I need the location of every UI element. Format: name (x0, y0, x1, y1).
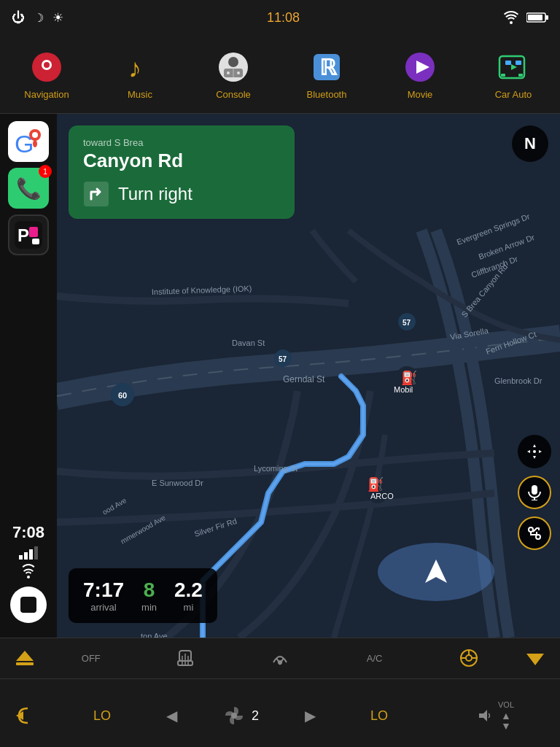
svg-text:Mobil: Mobil (394, 385, 413, 394)
console-icon (214, 48, 252, 86)
nav-item-console[interactable]: Console (187, 35, 280, 113)
ac-label: A/C (367, 653, 383, 664)
svg-point-9 (228, 57, 238, 67)
vol-label-section: VOL ▲ ▼ (498, 700, 514, 731)
bottom-bar: OFF A/C (0, 638, 560, 747)
stop-navigation-button[interactable] (10, 587, 47, 623)
back-button[interactable] (6, 704, 44, 727)
nav-arrow-container[interactable] (378, 543, 494, 601)
svg-text:Davan St: Davan St (232, 338, 265, 347)
svg-point-79 (278, 660, 282, 665)
svg-text:Lycoming St: Lycoming St (254, 464, 298, 473)
fan-icon (222, 704, 246, 727)
svg-text:ℝ: ℝ (319, 55, 338, 80)
trip-info: 7:17 arrival 8 min 2.2 mi (69, 568, 217, 623)
bottom-down-arrow-button[interactable] (516, 648, 554, 668)
nav-card: toward S Brea Canyon Rd Turn right (69, 125, 295, 219)
nav-instruction: Turn right (83, 181, 280, 207)
right-temp-control[interactable]: LO (321, 679, 438, 747)
sidebar-clock: 7:08 (12, 523, 44, 542)
turn-right-arrow-icon (83, 181, 109, 207)
svg-text:⛽: ⛽ (401, 370, 418, 386)
phone-badge: 1 (39, 165, 52, 178)
svg-text:⛽: ⛽ (368, 476, 384, 492)
svg-marker-65 (425, 560, 447, 583)
eject-button[interactable] (6, 639, 44, 677)
voice-input-button[interactable] (518, 476, 551, 509)
svg-rect-73 (16, 662, 34, 665)
volume-control[interactable]: VOL ▲ ▼ (438, 679, 554, 747)
nav-label-music: Music (128, 89, 152, 100)
left-temp-value: LO (93, 708, 111, 724)
trip-distance-label: mi (184, 602, 194, 613)
vol-up-button[interactable]: ▲ (501, 711, 511, 721)
vol-down-button[interactable]: ▼ (501, 721, 511, 731)
trip-minutes-value: 8 (144, 578, 155, 602)
map-pan-button[interactable] (518, 435, 551, 468)
brightness-icon[interactable]: ☀ (52, 10, 63, 26)
nav-street-label: Canyon Rd (83, 150, 280, 172)
sidebar-app-phone[interactable]: 📞 1 (8, 168, 49, 209)
right-controls (518, 435, 551, 550)
trip-arrival-value: 7:17 (83, 578, 124, 602)
fan-speed-up-button[interactable]: ▶ (299, 705, 321, 727)
svg-rect-22 (501, 74, 505, 77)
svg-marker-88 (479, 710, 487, 721)
bottom-controls-main: LO ◀ 2 ▶ LO (0, 679, 560, 747)
nav-label-bluetooth: Bluetooth (307, 89, 347, 100)
ac-button[interactable]: A/C (327, 638, 422, 678)
trip-minutes: 8 min (141, 578, 157, 613)
music-icon: ♪ (121, 48, 159, 86)
svg-text:ton Ave: ton Ave (141, 632, 168, 638)
movie-icon (401, 48, 439, 86)
svg-rect-33 (32, 239, 39, 244)
seat-heat-button[interactable] (139, 638, 233, 678)
turn-instruction-label: Turn right (118, 184, 192, 204)
main-content: G 📞 1 P 7:08 (0, 114, 560, 638)
svg-rect-1 (545, 15, 548, 20)
nav-label-movie: Movie (408, 89, 433, 100)
svg-text:♪: ♪ (128, 53, 141, 83)
wifi-icon (503, 11, 519, 24)
status-bar: ⏻ ☽ ☀ 11:08 (0, 0, 560, 35)
status-right-icons (503, 11, 548, 24)
climate-off-button[interactable]: OFF (44, 638, 139, 678)
speaker-icon (478, 708, 492, 723)
svg-rect-23 (518, 74, 523, 77)
fan-speed-down-button[interactable]: ◀ (160, 705, 182, 727)
nav-item-movie[interactable]: Movie (373, 35, 467, 113)
nav-item-navigation[interactable]: Navigation (0, 35, 93, 113)
right-temp-value: LO (370, 708, 388, 724)
svg-rect-20 (505, 61, 511, 65)
route-options-button[interactable] (518, 516, 551, 550)
battery-icon (526, 12, 548, 23)
svg-rect-67 (532, 485, 537, 495)
carauto-icon (494, 48, 532, 86)
steering-heat-button[interactable] (421, 638, 516, 678)
svg-point-6 (44, 62, 50, 68)
fan-speed-value: 2 (252, 708, 259, 724)
fan-control[interactable]: 2 (182, 679, 299, 747)
trip-arrival-label: arrival (90, 602, 116, 613)
power-icon[interactable]: ⏻ (12, 10, 25, 26)
compass[interactable]: N (512, 125, 548, 162)
svg-point-28 (32, 132, 38, 138)
left-temp-control[interactable]: LO (44, 679, 160, 747)
nav-item-music[interactable]: ♪ Music (93, 35, 187, 113)
sidebar-wifi-icon (20, 564, 37, 582)
bluetooth-icon: ℝ (308, 48, 346, 86)
bottom-controls-top: OFF A/C (0, 638, 560, 679)
nav-item-bluetooth[interactable]: ℝ Bluetooth (280, 35, 373, 113)
sidebar-time-area: 7:08 (10, 523, 47, 623)
svg-text:Glenbrook Dr: Glenbrook Dr (494, 376, 542, 385)
sidebar-app-maps[interactable]: G (8, 121, 49, 162)
svg-point-66 (533, 450, 536, 453)
moon-icon[interactable]: ☽ (34, 11, 44, 25)
nav-item-carauto[interactable]: Car Auto (467, 35, 560, 113)
sidebar-app-picsart[interactable]: P (8, 214, 49, 255)
map-area[interactable]: 60 ⛽ Mobil ⛽ ARC (57, 114, 560, 638)
nav-label-console: Console (216, 89, 251, 100)
svg-text:P: P (18, 225, 29, 245)
svg-text:57: 57 (402, 319, 411, 327)
fan-direction-button[interactable] (233, 638, 327, 678)
